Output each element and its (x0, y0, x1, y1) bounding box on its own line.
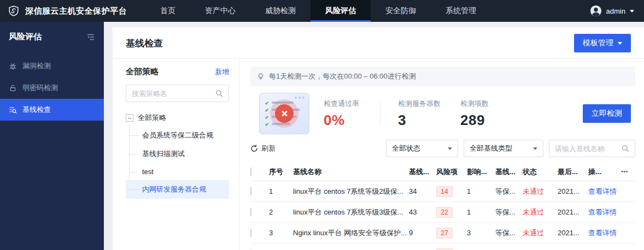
add-policy-link[interactable]: 新增 (215, 67, 229, 77)
col-header-name: 基线名称 (293, 167, 409, 177)
unlock-icon (9, 84, 17, 92)
table-header-row: 序号 基线名称 基线... 风险项 影响... 基线... 状态 最后... 操… (250, 163, 635, 181)
nav-item-security-defense[interactable]: 安全防御 (371, 0, 431, 22)
view-detail-link[interactable]: 查看详情 (588, 187, 621, 197)
table-row: 4 中国等保-Tomcat 6/7/8应用基线... 7 18 3 等保... … (250, 243, 635, 250)
tree-item[interactable]: 基线扫描测试 (126, 145, 229, 163)
detect-now-label: 立即检测 (592, 109, 622, 118)
baseline-name-search-input[interactable] (555, 145, 618, 153)
table-row: 2 linux平台 centos 7系统等级3级保... 43 22 1 等保.… (250, 202, 635, 223)
chevron-down-icon (448, 147, 452, 150)
stat-value: 0% (324, 112, 359, 129)
tree-item-selected[interactable]: 内网研发服务器合规 (126, 180, 229, 199)
col-header-baseline-type: 基线... (495, 167, 523, 177)
cell-baseline-count: 43 (409, 208, 436, 216)
policy-tree: 全部策略 会员系统等保二级合规 基线扫描测试 test 内网研发服务器合规 (126, 111, 229, 199)
nav-item-system-management[interactable]: 系统管理 (431, 0, 491, 22)
status-badge: 未通过 (523, 187, 558, 197)
col-header-risk-items: 风险项 (436, 167, 467, 177)
schedule-tip-bar: 每1天检测一次，每次在00:00 – 06:00进行检测 (250, 67, 635, 86)
table-row: 3 Nginx linux平台 网络安全等级保护... 9 27 3 等保...… (250, 223, 635, 243)
cell-impact: 1 (467, 187, 495, 195)
main-nav: 首页 资产中心 威胁检测 风险评估 安全防御 系统管理 (145, 0, 491, 22)
cell-time: 2021... (558, 187, 588, 195)
brand: 深信服云主机安全保护平台 (0, 0, 145, 22)
cell-baseline-count: 9 (409, 229, 436, 237)
search-icon[interactable] (622, 145, 629, 152)
nav-item-risk-assessment[interactable]: 风险评估 (311, 0, 371, 22)
refresh-icon (250, 145, 258, 152)
content-panel: 每1天检测一次，每次在00:00 – 06:00进行检测 (239, 59, 644, 250)
user-menu[interactable]: admin (590, 0, 644, 22)
avatar (590, 5, 602, 17)
policy-panel-title: 全部策略 (126, 67, 159, 77)
row-checkbox[interactable] (250, 208, 251, 216)
cell-no: 1 (269, 187, 293, 195)
col-header-baseline-count: 基线... (409, 167, 436, 177)
select-all-checkbox[interactable] (250, 168, 251, 176)
policy-panel: 全部策略 新增 全部策略 (113, 59, 239, 250)
sidebar-item-baseline-check[interactable]: 基线检查 (0, 99, 104, 121)
refresh-label: 刷新 (261, 144, 276, 153)
stat-server-count: 检测服务器数 3 (398, 99, 441, 129)
tree-item[interactable]: test (126, 163, 229, 180)
tree-root-label: 全部策略 (138, 113, 166, 123)
col-header-impact: 影响... (467, 167, 495, 177)
cell-name: linux平台 centos 7系统等级2级保... (293, 187, 409, 197)
view-detail-link[interactable]: 查看详情 (588, 207, 621, 217)
refresh-button[interactable]: 刷新 (250, 144, 276, 153)
chevron-down-icon (533, 147, 537, 150)
col-header-last-time: 最后... (558, 167, 588, 177)
template-management-button[interactable]: 模板管理 (574, 34, 631, 52)
sidebar-item-label: 漏洞检测 (22, 61, 51, 71)
tree-root-all-policies[interactable]: 全部策略 (126, 111, 229, 125)
lightbulb-icon (257, 73, 265, 80)
status-badge: 未通过 (523, 207, 558, 217)
status-filter-select[interactable]: 全部状态 (386, 140, 458, 157)
main-area: 基线检查 模板管理 全部策略 新增 (104, 22, 644, 250)
baseline-type-filter-value: 全部基线类型 (470, 144, 512, 153)
row-checkbox[interactable] (250, 187, 251, 195)
tree-collapse-icon[interactable] (126, 114, 133, 122)
column-settings-icon[interactable]: ⋯ (621, 168, 635, 176)
cell-name: linux平台 centos 7系统等级3级保... (293, 207, 409, 217)
sidebar-title: 风险评估 (9, 32, 42, 42)
policy-search-box (126, 85, 229, 102)
cell-baseline-count: 34 (409, 187, 436, 195)
cell-time: 2021... (558, 208, 588, 216)
page-title: 基线检查 (126, 37, 163, 50)
sidebar-item-weak-password-detection[interactable]: 弱密码检测 (0, 77, 104, 99)
risk-badge: 18 (436, 248, 453, 250)
col-header-no: 序号 (269, 167, 293, 177)
status-badge: 未通过 (523, 228, 558, 238)
chevron-down-icon (630, 10, 634, 13)
search-icon[interactable] (215, 90, 223, 97)
tree-item[interactable]: 会员系统等保二级合规 (126, 126, 229, 145)
risk-badge: 22 (436, 207, 453, 218)
bug-icon (9, 62, 17, 70)
nav-item-assets[interactable]: 资产中心 (190, 0, 250, 22)
nav-item-home[interactable]: 首页 (145, 0, 190, 22)
chevron-down-icon (618, 42, 622, 45)
nav-item-threat-detection[interactable]: 威胁检测 (250, 0, 311, 22)
table-row: 1 linux平台 centos 7系统等级2级保... 34 14 1 等保.… (250, 181, 635, 202)
stat-label: 检测项数 (460, 99, 489, 109)
table-toolbar: 刷新 全部状态 全部基线类型 (250, 140, 635, 157)
risk-badge: 27 (436, 228, 453, 239)
stat-value: 3 (398, 112, 441, 129)
row-checkbox[interactable] (250, 229, 251, 237)
detect-now-button[interactable]: 立即检测 (583, 104, 631, 123)
menu-collapse-icon[interactable] (86, 33, 95, 41)
view-detail-link[interactable]: 查看详情 (588, 228, 621, 238)
cell-type: 等保... (495, 187, 523, 197)
username: admin (606, 7, 625, 15)
baseline-search-box (549, 140, 635, 157)
baseline-type-filter-select[interactable]: 全部基线类型 (464, 140, 543, 157)
cell-no: 2 (269, 208, 293, 216)
schedule-tip-text: 每1天检测一次，每次在00:00 – 06:00进行检测 (269, 72, 416, 81)
cell-name: Nginx linux平台 网络安全等级保护... (293, 228, 409, 238)
baseline-check-card: 基线检查 模板管理 全部策略 新增 (113, 27, 644, 250)
sidebar-item-vulnerability-detection[interactable]: 漏洞检测 (0, 55, 104, 77)
policy-search-input[interactable] (132, 90, 212, 98)
template-management-label: 模板管理 (583, 38, 613, 48)
